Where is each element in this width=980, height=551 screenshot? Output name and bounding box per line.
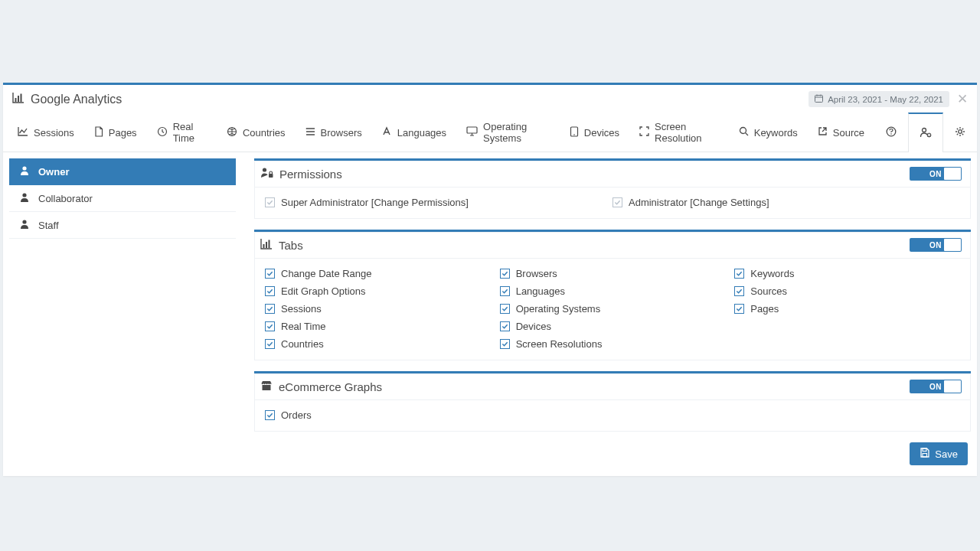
permissions-toggle[interactable]: ON xyxy=(910,167,962,181)
checkbox-item[interactable]: Devices xyxy=(500,319,726,334)
toggle-label: ON xyxy=(929,383,942,391)
checkbox-item[interactable]: Operating Systems xyxy=(500,302,726,316)
checkbox-item[interactable]: Screen Resolutions xyxy=(500,337,726,351)
checkbox-icon xyxy=(734,304,744,314)
main-tabs: Sessions Pages Real Time Countries Brows… xyxy=(3,112,977,152)
settings-button[interactable] xyxy=(943,112,977,152)
checkbox-label: Languages xyxy=(516,285,565,297)
checkbox-label: Sources xyxy=(750,285,787,297)
checkbox-label: Keywords xyxy=(750,268,794,279)
user-gear-button[interactable] xyxy=(908,112,943,152)
svg-rect-0 xyxy=(15,98,17,102)
tab-pages[interactable]: Pages xyxy=(84,112,147,152)
sidebar-item-collaborator[interactable]: Collaborator xyxy=(9,185,236,212)
checkbox-super-admin[interactable]: Super Administrator [Change Permissions] xyxy=(265,195,612,210)
ecommerce-toggle[interactable]: ON xyxy=(910,380,962,393)
tab-label: Browsers xyxy=(321,127,362,139)
tab-source[interactable]: Source xyxy=(808,112,874,152)
svg-point-22 xyxy=(263,168,266,171)
external-link-icon xyxy=(818,126,828,139)
tab-label: Countries xyxy=(243,127,286,139)
tab-label: Devices xyxy=(584,127,619,139)
bar-chart-icon xyxy=(260,238,273,252)
tab-label: Operating Systems xyxy=(483,121,550,144)
panel-title: eCommerce Graphs xyxy=(279,380,382,393)
date-range-text: April 23, 2021 - May 22, 2021 xyxy=(828,95,943,104)
file-icon xyxy=(94,126,103,139)
tab-devices[interactable]: Devices xyxy=(560,112,629,152)
main-content: Permissions ON Super Administrator [Chan… xyxy=(254,158,971,465)
checkbox-item[interactable]: Edit Graph Options xyxy=(265,284,491,298)
svg-point-18 xyxy=(959,129,962,133)
tab-label: Sessions xyxy=(34,127,74,139)
svg-rect-26 xyxy=(269,240,270,249)
line-chart-icon xyxy=(18,126,28,139)
tabs-toggle[interactable]: ON xyxy=(910,238,962,252)
sidebar-item-label: Owner xyxy=(38,166,69,178)
checkbox-icon xyxy=(734,286,744,296)
tab-label: Keywords xyxy=(754,127,798,139)
svg-rect-25 xyxy=(266,242,267,248)
gear-icon xyxy=(955,126,965,139)
checkbox-icon xyxy=(734,269,744,279)
checkbox-icon xyxy=(265,304,275,314)
checkbox-item[interactable]: Change Date Range xyxy=(265,266,491,281)
tab-label: Screen Resolution xyxy=(655,121,719,144)
expand-icon xyxy=(639,126,649,139)
sidebar-item-label: Staff xyxy=(38,220,59,231)
checkbox-item[interactable]: Browsers xyxy=(500,266,726,281)
tab-label: Languages xyxy=(397,127,446,139)
tab-languages[interactable]: Languages xyxy=(372,112,456,152)
page-title-text: Google Analytics xyxy=(31,93,122,106)
user-icon xyxy=(20,165,29,178)
checkbox-admin[interactable]: Administrator [Change Settings] xyxy=(612,195,960,210)
sidebar-item-staff[interactable]: Staff xyxy=(9,212,236,239)
content-body: Owner Collaborator Staff Permissions xyxy=(3,152,977,476)
save-button-label: Save xyxy=(935,448,958,460)
checkbox-item[interactable]: Pages xyxy=(734,302,960,316)
save-icon xyxy=(920,448,929,460)
user-icon xyxy=(20,192,29,204)
svg-rect-2 xyxy=(21,94,22,103)
checkbox-item[interactable]: Sessions xyxy=(265,302,491,316)
checkbox-label: Devices xyxy=(516,321,551,332)
calendar-icon xyxy=(815,94,823,104)
checkbox-item[interactable]: Languages xyxy=(500,284,726,298)
svg-point-16 xyxy=(923,128,926,132)
checkbox-item[interactable]: Countries xyxy=(265,337,491,351)
checkbox-orders[interactable]: Orders xyxy=(265,408,960,422)
sidebar: Owner Collaborator Staff xyxy=(9,158,236,465)
checkbox-icon xyxy=(612,197,622,207)
checkbox-icon xyxy=(500,304,510,314)
close-icon[interactable]: ✕ xyxy=(957,93,968,106)
checkbox-label: Orders xyxy=(281,409,312,421)
tab-screen-resolution[interactable]: Screen Resolution xyxy=(629,112,729,152)
save-button[interactable]: Save xyxy=(910,442,968,465)
user-lock-icon xyxy=(260,167,273,181)
svg-point-12 xyxy=(573,134,575,135)
titlebar: Google Analytics April 23, 2021 - May 22… xyxy=(3,85,977,112)
tab-countries[interactable]: Countries xyxy=(217,112,296,152)
checkbox-icon xyxy=(265,410,275,420)
tab-sessions[interactable]: Sessions xyxy=(8,112,84,152)
tab-real-time[interactable]: Real Time xyxy=(147,112,217,152)
svg-point-13 xyxy=(740,128,746,134)
font-icon xyxy=(382,126,392,139)
tab-keywords[interactable]: Keywords xyxy=(729,112,808,152)
tab-operating-systems[interactable]: Operating Systems xyxy=(456,112,560,152)
checkbox-item[interactable]: Keywords xyxy=(734,266,960,281)
svg-rect-23 xyxy=(269,174,273,178)
date-range-button[interactable]: April 23, 2021 - May 22, 2021 xyxy=(808,91,949,107)
help-button[interactable] xyxy=(874,112,908,152)
checkbox-label: Screen Resolutions xyxy=(516,338,603,350)
sidebar-item-owner[interactable]: Owner xyxy=(9,158,236,185)
checkbox-item[interactable]: Real Time xyxy=(265,319,491,334)
svg-rect-3 xyxy=(815,96,823,103)
tab-browsers[interactable]: Browsers xyxy=(296,112,372,152)
tab-checkbox-grid: Change Date RangeBrowsersKeywordsEdit Gr… xyxy=(265,266,960,351)
search-icon xyxy=(739,126,749,139)
checkbox-label: Edit Graph Options xyxy=(281,285,366,297)
checkbox-item[interactable]: Sources xyxy=(734,284,960,298)
svg-rect-24 xyxy=(263,244,265,248)
checkbox-icon xyxy=(265,321,275,331)
